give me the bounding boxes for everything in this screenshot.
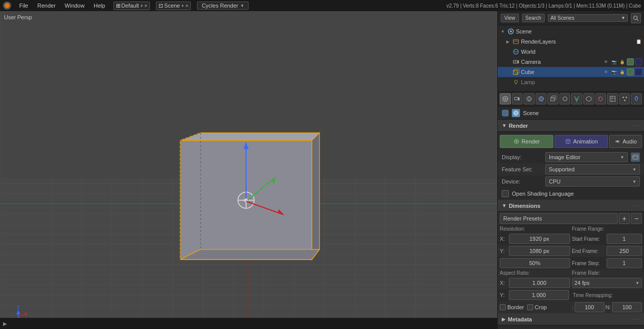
render-section-header[interactable]: ▼ Render · · · <box>498 120 644 132</box>
open-shading-row: Open Shading Language <box>498 188 644 200</box>
audio-button[interactable]: Audio <box>609 135 642 148</box>
menu-help[interactable]: Help <box>92 2 107 10</box>
layout-add[interactable]: + <box>140 3 143 9</box>
outliner-search-icon[interactable] <box>631 13 641 23</box>
cube-render[interactable]: 📷 <box>611 68 618 76</box>
prop-btn-material[interactable] <box>595 93 607 104</box>
crop-checkbox[interactable] <box>527 304 533 310</box>
layout-icon: ⊞ <box>116 3 120 9</box>
presets-add-btn[interactable]: + <box>619 213 630 224</box>
outliner-view-btn[interactable]: View <box>501 14 519 22</box>
scenes-dropdown[interactable]: All Scenes ▼ <box>548 14 628 22</box>
window-name: Scene <box>164 3 180 9</box>
viewport-label: User Persp <box>4 14 32 20</box>
svg-rect-65 <box>513 40 518 44</box>
svg-point-97 <box>624 100 625 101</box>
crop-label: Crop <box>535 304 547 310</box>
svg-rect-70 <box>513 60 517 63</box>
render-button[interactable]: Render <box>500 135 553 148</box>
prop-btn-render[interactable] <box>500 93 511 104</box>
start-frame-input[interactable]: 1 <box>607 234 642 244</box>
window-add[interactable]: + <box>181 3 184 9</box>
prop-btn-modifier[interactable] <box>571 93 582 104</box>
dimensions-section-header[interactable]: ▼ Dimensions · · · <box>498 200 644 212</box>
pct-input[interactable]: 50% <box>500 258 570 268</box>
layout-name: Default <box>122 3 139 9</box>
engine-selector[interactable]: Cycles Render ▼ <box>197 2 249 10</box>
border-checkbox[interactable] <box>500 304 506 310</box>
display-icon-btn[interactable] <box>631 153 640 162</box>
border-timeremap-values-row: Border Crop : 100 N: 100 <box>498 301 644 313</box>
end-frame-label: End Frame: <box>572 248 606 254</box>
presets-remove-btn[interactable]: − <box>631 213 642 224</box>
y-input[interactable]: 1080 px <box>509 246 570 256</box>
display-dropdown[interactable]: Image Editor ▼ <box>545 152 628 162</box>
prop-btn-scene[interactable] <box>524 93 535 104</box>
prop-btn-constraints[interactable] <box>559 93 571 104</box>
svg-text:Z: Z <box>17 305 20 310</box>
animation-button[interactable]: Animation <box>554 135 608 148</box>
cube-edit[interactable] <box>635 68 642 76</box>
prop-btn-physics[interactable] <box>631 93 642 104</box>
metadata-section-header[interactable]: ▶ Metadata · · · <box>498 313 644 325</box>
svg-point-77 <box>514 80 517 83</box>
tree-item-world[interactable]: ▶ World <box>498 47 644 57</box>
frame-range-label: Frame Range: <box>570 226 642 232</box>
window-selector[interactable]: ⊡ Scene + × <box>156 2 191 10</box>
tree-expand-scene[interactable]: ▼ <box>500 28 506 34</box>
layout-selector[interactable]: ⊞ Default + × <box>113 2 150 10</box>
prop-btn-object[interactable] <box>547 93 558 104</box>
render-presets-dropdown[interactable]: Render Presets <box>500 213 618 224</box>
aspect-y-input[interactable]: 1.000 <box>509 290 569 300</box>
svg-rect-92 <box>610 96 615 101</box>
feature-set-dropdown[interactable]: Supported ▼ <box>545 164 640 174</box>
end-frame-input[interactable]: 250 <box>607 246 642 256</box>
open-shading-checkbox[interactable] <box>502 190 509 197</box>
menu-window[interactable]: Window <box>63 2 87 10</box>
tree-item-renderlayers[interactable]: ▶ RenderLayers 📋 <box>498 36 644 47</box>
prop-btn-world[interactable] <box>536 93 547 104</box>
tree-item-lamp[interactable]: ▶ Lamp <box>498 77 644 87</box>
tree-item-camera[interactable]: ▶ Camera 👁 📷 🔒 <box>498 57 644 67</box>
outliner-header: View Search All Scenes ▼ <box>498 11 644 25</box>
aspect-x-input[interactable]: 1.000 <box>509 278 570 288</box>
menu-file[interactable]: File <box>17 2 30 10</box>
window-icon: ⊡ <box>158 3 163 9</box>
device-dropdown[interactable]: CPU ▼ <box>545 176 640 187</box>
tree-label-world: World <box>521 49 536 55</box>
y-endframe-row: Y: 1080 px End Frame: 250 <box>498 245 644 257</box>
cube-vis[interactable]: 👁 <box>602 68 610 76</box>
prop-btn-camera[interactable] <box>512 93 523 104</box>
fps-dropdown[interactable]: 24 fps ▼ <box>572 278 642 288</box>
engine-name: Cycles Render <box>202 3 238 9</box>
camera-render[interactable]: 📷 <box>611 58 618 65</box>
tree-label-scene: Scene <box>516 28 532 34</box>
x-input[interactable]: 1920 px <box>509 234 570 244</box>
tree-item-scene[interactable]: ▼ Scene <box>498 26 644 36</box>
frame-step-input[interactable]: 1 <box>607 258 642 268</box>
prop-btn-particles[interactable] <box>619 93 630 104</box>
viewport[interactable]: User Persp <box>0 11 497 329</box>
cube-lock[interactable]: 🔒 <box>619 68 626 76</box>
camera-lock[interactable]: 🔒 <box>619 58 626 65</box>
camera-active[interactable] <box>627 58 634 65</box>
renderlayers-action-1[interactable]: 📋 <box>635 38 642 45</box>
prop-btn-data[interactable] <box>583 93 594 104</box>
end-frame-row: End Frame: 250 <box>572 245 642 257</box>
new-value-input[interactable]: 100 <box>612 302 642 312</box>
resolution-label: Resolution: <box>500 226 570 232</box>
svg-point-0 <box>5 3 10 8</box>
top-bar: File Render Window Help ⊞ Default + × ⊡ … <box>0 0 644 11</box>
cube-active[interactable] <box>627 68 634 76</box>
old-value-input[interactable]: 100 <box>575 302 605 312</box>
window-close[interactable]: × <box>185 3 188 9</box>
scene-expand-btn[interactable] <box>502 109 509 117</box>
tree-item-cube[interactable]: ▶ Cube 👁 📷 🔒 <box>498 67 644 77</box>
viewport-mode-indicator: ▶ <box>3 321 7 326</box>
layout-close[interactable]: × <box>144 3 147 9</box>
outliner-search-btn[interactable]: Search <box>522 14 545 22</box>
menu-render[interactable]: Render <box>35 2 58 10</box>
prop-btn-texture[interactable] <box>607 93 618 104</box>
camera-vis[interactable]: 👁 <box>602 58 610 65</box>
camera-edit[interactable] <box>635 58 642 65</box>
